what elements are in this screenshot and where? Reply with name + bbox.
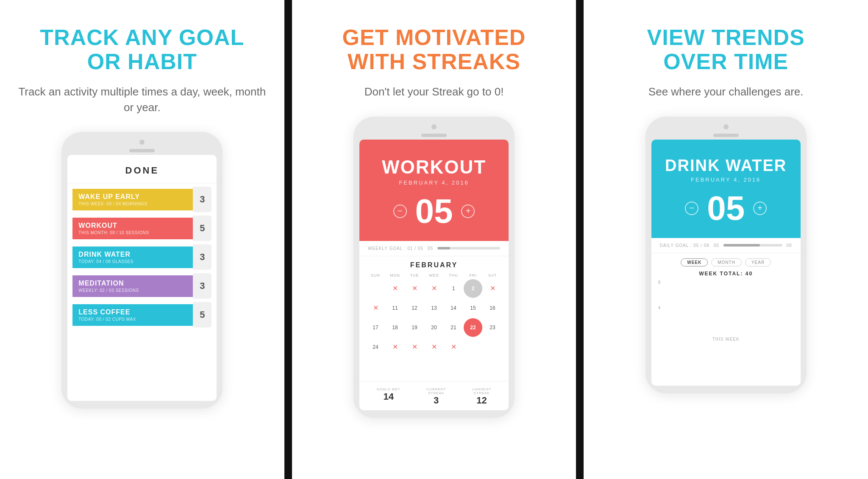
current-streak: CURRENTSTREAK 3 bbox=[426, 387, 446, 406]
phone-camera-2 bbox=[431, 124, 437, 129]
phone-mockup-3: DRINK WATER FEBRUARY 4, 2016 − 05 + DAIL… bbox=[645, 117, 807, 393]
habit-sub: THIS WEEK: 03 / 04 MORNINGS bbox=[78, 202, 187, 206]
chart-section: WEEK MONTH YEAR WEEK TOTAL: 40 8 4 bbox=[651, 253, 801, 347]
habit-item-3: MEDITATION WEEKLY: 02 / 03 SESSIONS 3 bbox=[72, 273, 211, 299]
habit-count: 5 bbox=[193, 302, 211, 328]
calendar-grid: SUN MON TUE WED THU FRI SAT ✕ ✕ ✕ 1 2 bbox=[366, 272, 502, 376]
workout-date: FEBRUARY 4, 2016 bbox=[368, 179, 500, 186]
habit-name: WORKOUT bbox=[78, 222, 187, 230]
y-label-mid: 4 bbox=[658, 305, 661, 310]
divider-1 bbox=[284, 0, 292, 479]
habit-name: DRINK WATER bbox=[78, 251, 187, 258]
workout-count: 05 bbox=[415, 194, 453, 228]
phone-mockup-2: WORKOUT FEBRUARY 4, 2016 − 05 + WEEKLY G… bbox=[353, 117, 515, 418]
phone-screen-3: DRINK WATER FEBRUARY 4, 2016 − 05 + DAIL… bbox=[651, 140, 801, 386]
dw-count: 05 bbox=[707, 191, 745, 225]
habit-sub: WEEKLY: 02 / 03 SESSIONS bbox=[78, 288, 187, 293]
chart-tabs: WEEK MONTH YEAR bbox=[658, 258, 794, 266]
phone-speaker-3 bbox=[713, 134, 739, 137]
longest-streak: LONGESTSTREAK 12 bbox=[472, 387, 491, 406]
workout-header: WORKOUT FEBRUARY 4, 2016 − 05 + bbox=[359, 140, 509, 241]
y-label-top: 8 bbox=[658, 280, 661, 285]
dw-goal-value: 05 bbox=[714, 243, 719, 248]
habit-count: 3 bbox=[193, 273, 211, 299]
tab-year[interactable]: YEAR bbox=[745, 258, 771, 266]
dw-goal-bar-inner bbox=[723, 244, 760, 247]
increment-button[interactable]: + bbox=[461, 204, 475, 218]
panel3-title: VIEW TRENDS OVER TIME bbox=[647, 25, 805, 74]
drinkwater-name: DRINK WATER bbox=[660, 157, 792, 175]
habit-name: WAKE UP EARLY bbox=[78, 193, 187, 201]
phone-camera-1 bbox=[139, 140, 145, 145]
goal-bar-inner bbox=[437, 247, 450, 249]
habit-sub: THIS MONTH: 08 / 10 SESSIONS bbox=[78, 230, 187, 235]
dw-decrement-button[interactable]: − bbox=[685, 202, 698, 215]
dw-increment-button[interactable]: + bbox=[753, 202, 767, 215]
habit-count: 3 bbox=[193, 244, 211, 270]
panel-track-goal: TRACK ANY GOAL OR HABIT Track an activit… bbox=[0, 0, 284, 479]
phone-screen-2: WORKOUT FEBRUARY 4, 2016 − 05 + WEEKLY G… bbox=[359, 140, 509, 410]
drinkwater-header: DRINK WATER FEBRUARY 4, 2016 − 05 + bbox=[651, 140, 801, 238]
goals-met: GOALS MET 14 bbox=[377, 387, 401, 406]
calendar-month: FEBRUARY bbox=[366, 261, 502, 269]
habit-item-2: DRINK WATER TODAY: 04 / 08 GLASSES 3 bbox=[72, 244, 211, 270]
dw-goal-bar: DAILY GOAL : 05 / 08 05 08 bbox=[651, 238, 801, 253]
dw-goal-end: 08 bbox=[787, 243, 792, 248]
habit-item-4: LESS COFFEE TODAY: 00 / 02 CUPS MAX 5 bbox=[72, 302, 211, 328]
phone-speaker-2 bbox=[421, 134, 447, 137]
habit-item-1: WORKOUT THIS MONTH: 08 / 10 SESSIONS 5 bbox=[72, 216, 211, 241]
goal-value: 05 bbox=[428, 246, 433, 251]
phone-screen-1: DONE WAKE UP EARLY THIS WEEK: 03 / 04 MO… bbox=[67, 155, 217, 401]
habit-sub: TODAY: 04 / 08 GLASSES bbox=[78, 259, 187, 264]
habit-name: MEDITATION bbox=[78, 280, 187, 287]
panel3-subtitle: See where your challenges are. bbox=[648, 84, 804, 99]
goal-bar-outer bbox=[437, 247, 500, 249]
panel1-subtitle: Track an activity multiple times a day, … bbox=[17, 84, 267, 115]
tab-month[interactable]: MONTH bbox=[711, 258, 742, 266]
calendar-stats: GOALS MET 14 CURRENTSTREAK 3 LONGESTSTRE… bbox=[359, 381, 509, 410]
dw-goal-bar-outer bbox=[723, 244, 782, 247]
workout-counter: − 05 + bbox=[368, 194, 500, 228]
habit-sub: TODAY: 00 / 02 CUPS MAX bbox=[78, 317, 187, 322]
workout-name: WORKOUT bbox=[368, 157, 500, 178]
habit-item-0: WAKE UP EARLY THIS WEEK: 03 / 04 MORNING… bbox=[72, 187, 211, 212]
drinkwater-date: FEBRUARY 4, 2016 bbox=[660, 176, 792, 183]
habit-list: WAKE UP EARLY THIS WEEK: 03 / 04 MORNING… bbox=[67, 187, 217, 328]
chart-x-label: THIS WEEK bbox=[658, 337, 794, 342]
phone-camera-3 bbox=[723, 124, 729, 129]
calendar: FEBRUARY SUN MON TUE WED THU FRI SAT ✕ ✕ bbox=[359, 256, 509, 381]
phone-speaker-1 bbox=[129, 149, 155, 152]
tab-week[interactable]: WEEK bbox=[681, 258, 708, 266]
chart-total: WEEK TOTAL: 40 bbox=[658, 271, 794, 277]
dw-goal-label: DAILY GOAL : 05 / 08 bbox=[660, 243, 709, 248]
panel1-title: TRACK ANY GOAL OR HABIT bbox=[40, 25, 244, 74]
phone-mockup-1: DONE WAKE UP EARLY THIS WEEK: 03 / 04 MO… bbox=[61, 132, 223, 409]
decrement-button[interactable]: − bbox=[393, 204, 407, 218]
habit-list-header: DONE bbox=[67, 155, 217, 183]
panel2-subtitle: Don't let your Streak go to 0! bbox=[364, 84, 504, 99]
drinkwater-counter: − 05 + bbox=[660, 191, 792, 225]
chart-area: 8 4 bbox=[658, 280, 794, 335]
panel-trends: VIEW TRENDS OVER TIME See where your cha… bbox=[584, 0, 868, 479]
panel2-title: GET MOTIVATED WITH STREAKS bbox=[342, 25, 526, 74]
goal-bar: WEEKLY GOAL : 01 / 05 05 bbox=[359, 241, 509, 256]
divider-2 bbox=[576, 0, 584, 479]
habit-name: LESS COFFEE bbox=[78, 308, 187, 316]
habit-count: 3 bbox=[193, 187, 211, 212]
panel-streaks: GET MOTIVATED WITH STREAKS Don't let you… bbox=[292, 0, 576, 479]
goal-label: WEEKLY GOAL : 01 / 05 bbox=[368, 246, 423, 251]
habit-count: 5 bbox=[193, 216, 211, 241]
